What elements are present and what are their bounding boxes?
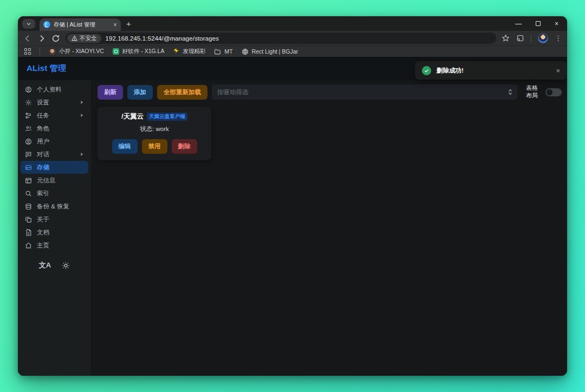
tab-close-icon[interactable]: × [113,22,117,28]
mount-path: /天翼云 [121,112,144,121]
sidebar-item-docs[interactable]: 文档 [21,226,88,239]
sidebar-item-roles[interactable]: 角色 [21,122,88,135]
sidebar-item-label: 存储 [37,164,49,172]
menu-dots-icon[interactable]: ⋮ [555,34,562,42]
toast-message: 删除成功! [437,67,464,75]
sidebar-item-metadata[interactable]: 元信息 [21,174,88,187]
sidebar-item-storage[interactable]: 存储 [21,161,88,174]
copy-icon [25,216,32,223]
forward-icon[interactable] [37,34,46,43]
bookmark-avatar-icon [49,48,56,55]
status-text: 状态: work [102,125,207,133]
storage-icon [25,164,32,171]
search-icon [25,190,32,197]
sidebar-item-label: 主页 [37,241,49,250]
edit-button[interactable]: 编辑 [112,139,138,154]
toolbar-separator [531,35,531,42]
back-icon[interactable] [23,34,32,43]
refresh-button[interactable]: 刷新 [98,85,123,100]
new-tab-button[interactable]: + [126,19,131,28]
driver-badge: 天翼云盘客户端 [147,113,187,121]
sidebar-item-conversations[interactable]: 对话 [21,148,88,161]
delete-button[interactable]: 删除 [172,139,197,154]
sidebar-item-home[interactable]: 主页 [21,239,88,252]
sidebar-item-tasks[interactable]: 任务 [21,109,88,122]
toggle-knob [547,89,552,95]
sidebar-item-index[interactable]: 索引 [21,187,88,200]
sidebar-item-users[interactable]: 用户 [21,135,88,148]
bookmark-bgjar[interactable]: Rect Light | BGJar [242,48,298,55]
bookmark-discover[interactable]: 发现精彩 [173,48,205,55]
add-button[interactable]: 添加 [127,85,153,100]
spark-icon [173,48,179,55]
sidebar-item-label: 角色 [37,125,49,133]
user-icon [25,138,32,145]
bookmark-xiaoyi[interactable]: 小羿 - XIAOYI.VC [49,48,104,55]
driver-filter-input[interactable] [217,89,508,95]
toolbar-right: ⋮ [502,33,562,43]
driver-filter-select[interactable] [212,84,517,100]
sidebar-item-label: 对话 [37,151,49,159]
metadata-icon [25,177,32,184]
storage-toolbar: 刷新 添加 全部重新加载 表格 布局 [98,84,562,100]
bookmark-star-icon[interactable] [502,34,510,42]
sidebar-item-label: 文档 [37,228,49,237]
bookmark-mt-folder[interactable]: MT [214,48,232,55]
reload-icon[interactable] [51,34,60,43]
reload-all-button[interactable]: 全部重新加载 [157,85,207,100]
sidebar-item-label: 关于 [37,215,49,224]
storage-manage-content: 刷新 添加 全部重新加载 表格 布局 /天翼云 [91,80,567,376]
sidebar-item-backup[interactable]: 备份 & 恢复 [21,200,88,213]
chevron-right-icon [80,152,84,156]
security-chip[interactable]: 不安全 [67,34,101,43]
bookmark-label: 发现精彩 [183,48,205,55]
roles-icon [25,125,32,132]
table-layout-toggle[interactable] [545,88,562,96]
address-bar[interactable]: 不安全 192.168.245.1:5244/@manage/storages [66,32,496,44]
profile-icon [25,86,32,93]
apps-grid-icon[interactable] [24,48,31,55]
toast-notification: 删除成功! × [415,61,567,80]
sidebar-item-profile[interactable]: 个人资料 [21,83,88,96]
sidebar-item-label: 个人资料 [37,86,62,94]
storage-card: /天翼云 天翼云盘客户端 状态: work 编辑 禁用 删除 [98,107,211,160]
bookmark-label: MT [224,48,232,55]
green-app-icon [113,48,119,55]
alist-page: AList 管理 删除成功! × 个人资料 设置 [18,57,567,376]
close-window-button[interactable]: × [555,21,558,27]
sidebar-item-label: 用户 [37,138,49,146]
maximize-button[interactable] [536,21,541,26]
sidebar-item-settings[interactable]: 设置 [21,96,88,109]
profile-avatar[interactable] [538,33,548,43]
bookmark-x1g[interactable]: 好软件 - X1G.LA [113,48,165,55]
chevron-right-icon [80,100,84,104]
security-label: 不安全 [80,35,97,42]
tab-title: 存储 | AList 管理 [54,21,110,29]
browser-window: 存储 | AList 管理 × + — × 不安全 192.168.245.1:… [18,16,567,376]
theme-sun-icon[interactable] [62,262,70,270]
sidebar-item-label: 备份 & 恢复 [37,202,69,211]
globe-icon [242,48,249,55]
warning-icon [72,35,77,41]
sidebar-item-about[interactable]: 关于 [21,213,88,226]
page-body: 个人资料 设置 任务 角色 用户 [18,80,567,376]
bookmark-label: 小羿 - XIAOYI.VC [59,48,104,55]
sidebar-item-label: 设置 [37,99,49,107]
tasks-icon [25,112,32,119]
tab-search-button[interactable] [22,19,35,29]
toast-close-icon[interactable]: × [556,67,560,74]
success-check-icon [422,66,431,75]
bookmarks-separator [40,48,40,55]
table-layout-label: 表格 布局 [526,84,538,100]
chevron-right-icon [80,113,84,117]
alist-favicon [43,21,50,28]
language-switch-icon[interactable]: 文A [39,260,51,270]
selector-chevrons-icon [508,89,513,95]
browser-tab[interactable]: 存储 | AList 管理 × [40,18,121,31]
sidebar-item-label: 元信息 [37,177,56,185]
browser-toolbar: 不安全 192.168.245.1:5244/@manage/storages … [18,31,567,45]
extensions-icon[interactable] [516,34,524,42]
disable-button[interactable]: 禁用 [142,139,167,154]
minimize-button[interactable]: — [515,21,522,27]
folder-icon [214,48,221,55]
